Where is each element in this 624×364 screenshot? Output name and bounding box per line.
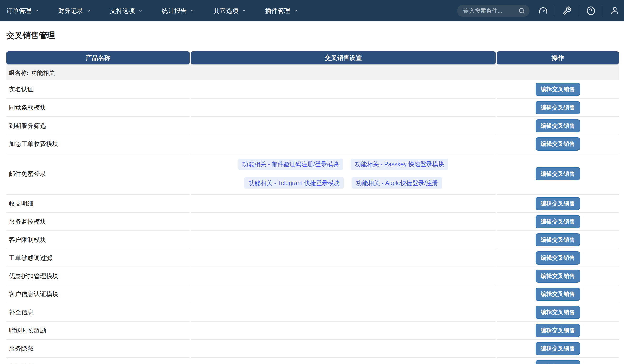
action-cell: 编辑交叉销售: [497, 194, 619, 212]
product-name: 客户限制模块: [9, 236, 46, 244]
cross-sell-tag: 功能相关 - Passkey 快速登录模块: [351, 159, 448, 170]
group-name-value: 功能相关: [31, 69, 55, 77]
product-name: 工单敏感词过滤: [9, 254, 52, 262]
cross-sell-settings-cell: [191, 80, 496, 98]
product-name-cell: 加急工单收费模块: [6, 134, 190, 153]
search-input[interactable]: [463, 7, 518, 14]
cross-sell-settings-cell: [191, 98, 496, 116]
wrench-icon[interactable]: [562, 6, 572, 15]
user-icon[interactable]: [610, 6, 619, 15]
edit-cross-sell-button[interactable]: 编辑交叉销售: [536, 251, 580, 264]
search-icon[interactable]: [518, 7, 525, 14]
action-cell: 编辑交叉销售: [497, 249, 619, 267]
edit-cross-sell-button[interactable]: 编辑交叉销售: [536, 342, 580, 355]
table-row: 服务监控模块 编辑交叉销售: [6, 212, 619, 231]
cross-sell-settings-cell: [191, 231, 496, 249]
gauge-icon[interactable]: [539, 6, 548, 15]
column-header-actions: 操作: [497, 51, 619, 64]
help-icon[interactable]: [586, 6, 595, 15]
table-row: 实名认证 编辑交叉销售: [6, 80, 619, 98]
edit-cross-sell-button[interactable]: 编辑交叉销售: [536, 288, 580, 301]
cross-sell-settings-cell: [191, 357, 496, 364]
cross-sell-tag: 功能相关 - Apple快捷登录/注册: [352, 178, 442, 189]
action-cell: 编辑交叉销售: [497, 212, 619, 231]
chevron-down-icon: [241, 8, 247, 13]
group-row: 组名称: 功能相关: [6, 65, 619, 80]
product-name: 优惠折扣管理模块: [9, 272, 58, 280]
cross-sell-table: 产品名称 交叉销售设置 操作 组名称: 功能相关 实名认证 编辑交叉销售 同意条…: [6, 51, 619, 364]
product-name-cell: 到期服务筛选: [6, 116, 190, 134]
product-name-cell: 补全信息: [6, 303, 190, 321]
main-menu: 订单管理 财务记录 支持选项 统计报告 其它选项 插件管理: [6, 7, 298, 15]
cross-sell-settings-cell: [191, 339, 496, 357]
product-name-cell: 收支明细: [6, 194, 190, 212]
edit-cross-sell-button[interactable]: 编辑交叉销售: [536, 137, 580, 151]
table-row: 补全信息 编辑交叉销售: [6, 303, 619, 321]
chevron-down-icon: [34, 8, 40, 13]
action-cell: 编辑交叉销售: [497, 303, 619, 321]
table-row: 优惠折扣管理模块 编辑交叉销售: [6, 267, 619, 285]
table-row: 同意条款模块 编辑交叉销售: [6, 98, 619, 116]
navbar-icons: [539, 5, 619, 16]
edit-cross-sell-button[interactable]: 编辑交叉销售: [536, 233, 580, 246]
page-title: 交叉销售管理: [6, 30, 624, 41]
edit-cross-sell-button[interactable]: 编辑交叉销售: [536, 101, 580, 114]
edit-cross-sell-button[interactable]: 编辑交叉销售: [536, 360, 580, 364]
product-name-cell: 服务监控模块: [6, 212, 190, 231]
product-name-cell: 优惠折扣管理模块: [6, 267, 190, 285]
column-header-cross-sell-settings: 交叉销售设置: [191, 51, 496, 64]
nav-item-plugin-management[interactable]: 插件管理: [265, 7, 298, 15]
cross-sell-tag: 功能相关 - 邮件验证码注册/登录模块: [238, 159, 343, 170]
edit-cross-sell-button[interactable]: 编辑交叉销售: [536, 215, 580, 228]
action-cell: 编辑交叉销售: [497, 267, 619, 285]
cross-sell-settings-cell: [191, 116, 496, 134]
table-header: 产品名称 交叉销售设置 操作: [6, 51, 619, 64]
product-name: 头像管理: [9, 363, 34, 364]
divider: [602, 5, 603, 16]
product-name: 服务隐藏: [9, 344, 34, 353]
nav-item-finance-records[interactable]: 财务记录: [58, 7, 91, 15]
product-name: 客户信息认证模块: [9, 290, 58, 298]
nav-item-statistics-reports[interactable]: 统计报告: [162, 7, 195, 15]
action-cell: 编辑交叉销售: [497, 134, 619, 153]
product-name: 服务监控模块: [9, 218, 46, 226]
edit-cross-sell-button[interactable]: 编辑交叉销售: [536, 167, 580, 180]
nav-item-label: 其它选项: [213, 7, 238, 15]
edit-cross-sell-button[interactable]: 编辑交叉销售: [536, 306, 580, 319]
nav-item-order-management[interactable]: 订单管理: [6, 7, 40, 15]
edit-cross-sell-button[interactable]: 编辑交叉销售: [536, 83, 580, 96]
divider: [579, 5, 579, 16]
group-name-label: 组名称:: [9, 69, 29, 77]
table-row: 工单敏感词过滤 编辑交叉销售: [6, 249, 619, 267]
table-row: 邮件免密登录 功能相关 - 邮件验证码注册/登录模块功能相关 - Passkey…: [6, 153, 619, 194]
product-name-cell: 服务隐藏: [6, 339, 190, 357]
action-cell: 编辑交叉销售: [497, 98, 619, 116]
action-cell: 编辑交叉销售: [497, 321, 619, 339]
table-row: 客户信息认证模块 编辑交叉销售: [6, 285, 619, 303]
search-box: [457, 5, 530, 17]
product-name: 实名认证: [9, 85, 34, 94]
nav-item-other-options[interactable]: 其它选项: [213, 7, 247, 15]
cross-sell-settings-cell: [191, 285, 496, 303]
top-navbar: 订单管理 财务记录 支持选项 统计报告 其它选项 插件管理: [0, 0, 624, 22]
table-body: 实名认证 编辑交叉销售 同意条款模块 编辑交叉销售 到期服务筛选 编辑交叉销售: [6, 80, 619, 364]
nav-item-label: 财务记录: [58, 7, 83, 15]
product-name-cell: 头像管理: [6, 357, 190, 364]
table-row: 头像管理 编辑交叉销售: [6, 357, 619, 364]
edit-cross-sell-button[interactable]: 编辑交叉销售: [536, 270, 580, 283]
nav-item-support-options[interactable]: 支持选项: [110, 7, 143, 15]
product-name-cell: 工单敏感词过滤: [6, 249, 190, 267]
edit-cross-sell-button[interactable]: 编辑交叉销售: [536, 197, 580, 210]
main-content: 交叉销售管理 产品名称 交叉销售设置 操作 组名称: 功能相关 实名认证 编辑交…: [0, 30, 624, 364]
chevron-down-icon: [86, 8, 91, 13]
edit-cross-sell-button[interactable]: 编辑交叉销售: [536, 119, 580, 132]
table-row: 到期服务筛选 编辑交叉销售: [6, 116, 619, 134]
table-row: 赠送时长激励 编辑交叉销售: [6, 321, 619, 339]
edit-cross-sell-button[interactable]: 编辑交叉销售: [536, 324, 580, 337]
column-header-product-name: 产品名称: [6, 51, 190, 64]
chevron-down-icon: [293, 8, 298, 13]
product-name-cell: 客户限制模块: [6, 231, 190, 249]
cross-sell-settings-cell: 功能相关 - 邮件验证码注册/登录模块功能相关 - Passkey 快速登录模块…: [191, 153, 496, 194]
table-row: 加急工单收费模块 编辑交叉销售: [6, 134, 619, 153]
cross-sell-settings-cell: [191, 194, 496, 212]
